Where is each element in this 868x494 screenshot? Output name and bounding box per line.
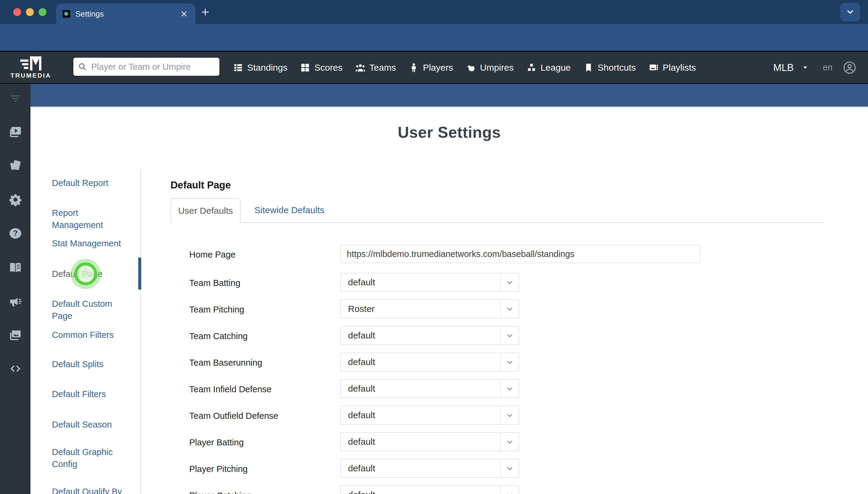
chevron-down-icon [846,8,854,16]
sidebar-item-default-report[interactable]: Default Report [52,177,129,189]
select-team-baserunning[interactable]: default [340,353,519,372]
select-caret-cell[interactable] [500,326,519,344]
left-icon-rail: ? [0,84,31,494]
browser-tab-settings[interactable]: Settings [56,4,196,24]
select-team-batting[interactable]: default [340,273,519,292]
video-library-icon[interactable] [8,125,22,139]
page-header-band [31,84,868,108]
umpires-icon [466,62,476,73]
sidebar-item-default-season[interactable]: Default Season [52,419,129,431]
field-label-team-batting: Team Batting [189,278,328,288]
browser-tab-bar: Settings [0,0,868,24]
sidebar-item-stat-management[interactable]: Stat Management [52,238,129,249]
gear-icon[interactable] [8,193,22,207]
select-team-pitching[interactable]: Roster [340,300,519,318]
cards-icon[interactable] [8,158,22,172]
active-menu-indicator [138,258,141,289]
select-value: default [341,410,500,420]
field-label-player-batting: Player Batting [189,438,328,448]
league-picker[interactable]: MLB [773,52,809,83]
chevron-down-icon [505,331,514,340]
sidebar-item-default-custom-page[interactable]: Default Custom Page [52,298,129,322]
chevron-down-icon [505,384,514,393]
nav-item-label: League [540,62,571,73]
field-label-team-infield-defense: Team Infield Defense [189,384,328,394]
sidebar-item-default-qualify-by[interactable]: Default Qualify By [52,486,129,494]
sidebar-item-report-management[interactable]: Report Management [52,207,129,231]
help-icon[interactable]: ? [8,226,22,240]
tab-title: Settings [76,4,104,24]
select-caret-cell[interactable] [500,433,519,451]
select-value: default [341,437,500,447]
book-icon[interactable] [8,261,22,274]
tabs-underline [171,222,824,223]
search-input[interactable] [91,62,213,72]
filter-icon[interactable] [8,91,22,105]
minimize-window-button[interactable] [26,8,34,16]
nav-item-league[interactable]: League [526,62,571,73]
sidebar-item-default-page[interactable]: Default Page [52,268,129,280]
select-player-pitching[interactable]: default [340,459,519,478]
nav-item-playlists[interactable]: Playlists [649,62,696,73]
tab-search-button[interactable] [840,3,860,21]
select-value: default [341,490,500,494]
home-page-input[interactable] [340,245,700,263]
global-search[interactable] [73,57,220,76]
account-icon[interactable] [843,61,856,75]
nav-item-standings[interactable]: Standings [233,62,287,73]
select-caret-cell[interactable] [500,353,519,371]
sidebar-item-default-graphic-config[interactable]: Default Graphic Config [52,446,129,470]
locale-label[interactable]: en [823,52,832,83]
field-label-team-outfield-defense: Team Outfield Defense [189,411,328,421]
nav-item-label: Teams [370,62,396,73]
select-caret-cell[interactable] [500,273,519,291]
page-title: User Settings [31,123,868,141]
nav-item-scores[interactable]: Scores [300,62,342,73]
nav-item-teams[interactable]: Teams [355,62,396,73]
nav-item-label: Shortcuts [597,62,636,73]
tab-user-defaults[interactable]: User Defaults [171,198,240,223]
megaphone-icon[interactable] [8,294,22,308]
field-label-player-pitching: Player Pitching [189,464,328,474]
tab-favicon [62,10,71,18]
nav-item-umpires[interactable]: Umpires [466,62,514,73]
league-icon [526,62,537,73]
sidebar-item-common-filters[interactable]: Common Filters [52,329,129,341]
chevron-down-icon [505,464,514,473]
select-player-batting[interactable]: default [340,432,519,451]
nav-item-label: Players [423,62,453,73]
select-value: default [341,330,500,341]
select-player-catching[interactable]: default [340,486,519,494]
trumedia-logo[interactable] [18,55,44,72]
nav-item-players[interactable]: Players [409,62,453,73]
browser-toolbar: mlbdemo.trumedianetworks.com/baseball/se… [0,24,868,51]
select-value: default [341,277,500,287]
browser-window: Settings mlbdemo.trumedianetworks.com/ba… [0,0,868,494]
select-team-infield-defense[interactable]: default [340,379,519,398]
chevron-down-icon [505,437,514,446]
select-caret-cell[interactable] [500,300,519,318]
select-team-catching[interactable]: default [340,326,519,345]
select-value: default [341,357,500,367]
settings-page: User Settings Default ReportReport Manag… [31,108,868,494]
sidebar-item-default-filters[interactable]: Default Filters [52,388,129,400]
code-icon[interactable] [8,362,22,376]
nav-item-shortcuts[interactable]: Shortcuts [584,62,636,73]
section-title: Default Page [171,179,231,191]
zoom-window-button[interactable] [39,8,46,16]
playlists-icon [649,62,659,73]
new-tab-button[interactable] [200,7,210,17]
tab-sitewide-defaults[interactable]: Sitewide Defaults [251,198,328,222]
select-value: default [341,383,500,394]
close-window-button[interactable] [13,8,21,16]
select-team-outfield-defense[interactable]: default [340,406,519,424]
select-caret-cell[interactable] [500,486,519,494]
select-caret-cell[interactable] [500,406,519,424]
select-caret-cell[interactable] [500,380,519,398]
tab-close-icon[interactable] [180,10,188,18]
select-value: default [341,463,500,473]
gallery-icon[interactable] [8,328,22,342]
menu-divider [140,169,141,494]
sidebar-item-default-splits[interactable]: Default Splits [52,358,129,370]
select-caret-cell[interactable] [500,459,519,477]
